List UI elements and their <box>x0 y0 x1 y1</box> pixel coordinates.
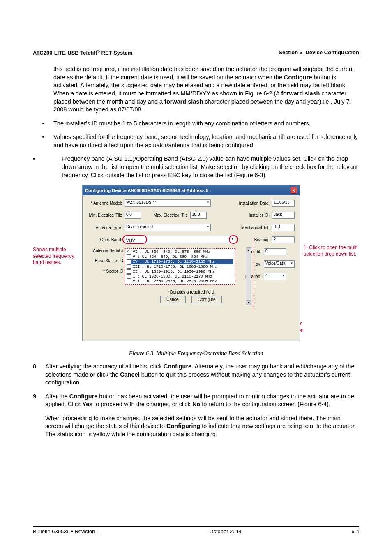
dialog-titlebar: Configuring Device AN0000DESA07482B648 a… <box>83 185 300 195</box>
freq-option[interactable]: V : UL 824- 849, DL 869- 894 MHz <box>127 254 233 259</box>
step-8: 8. After verifying the accuracy of all f… <box>33 363 359 387</box>
height-input[interactable]: 0 <box>264 248 286 255</box>
label-antenna-type: Antenna Type: <box>88 225 125 230</box>
freq-checkbox[interactable] <box>127 264 131 269</box>
header-rule <box>33 58 359 58</box>
frequency-list[interactable]: VI : UL 830- 840, DL 875- 885 MHzV : UL … <box>125 248 235 285</box>
freq-option[interactable]: III : UL 1710-1785, DL 1805-1880 MHz <box>127 264 233 269</box>
freq-checkbox[interactable] <box>127 259 131 264</box>
gy-select[interactable]: Voice/Data <box>264 260 295 268</box>
freq-checkbox[interactable] <box>127 269 131 274</box>
freq-option[interactable]: IV : UL 1710-1755, DL 2110-2155 MHz <box>127 259 233 264</box>
label-max-tilt: Max. Electrical Tilt: <box>153 213 190 217</box>
label-base-station: Base Station ID: <box>88 259 125 263</box>
label-sector-id: * Sector ID: <box>88 269 125 273</box>
freq-option[interactable]: I : UL 1920-1980, DL 2110-2170 MHz <box>127 274 233 279</box>
annotation-shows-multiple: Shows multiple selected frequency band n… <box>33 247 84 266</box>
installer-id-input[interactable]: Jack <box>272 212 295 219</box>
footer-rule <box>33 526 359 527</box>
bullet-frequency-band: • Frequency band (AISG 1.1)/Operating Ba… <box>41 155 359 179</box>
label-mech-tilt: Mechanical Tilt: <box>237 225 272 230</box>
freq-option[interactable]: II : UL 1850-1910, DL 1930-1990 MHz <box>127 269 233 274</box>
close-icon[interactable]: × <box>291 187 297 194</box>
freq-option[interactable]: VI : UL 830- 840, DL 875- 885 MHz <box>127 250 233 254</box>
header-right: Section 6–Device Configuration <box>279 49 359 56</box>
install-date-input[interactable]: 11/05/13 <box>272 200 295 207</box>
label-antenna-serial: Antenna Serial #: <box>88 248 125 253</box>
highlight-oper-band-arrow <box>229 235 238 244</box>
paragraph-continuation: this field is not required, if no instal… <box>53 65 359 113</box>
freq-checkbox[interactable] <box>127 250 131 254</box>
scrollbar[interactable] <box>246 247 251 305</box>
cancel-button[interactable]: Cancel <box>160 296 185 303</box>
config-dialog: Configuring Device AN0000DESA07482B648 a… <box>82 185 300 341</box>
freq-option-label: IV : UL 1710-1755, DL 2110-2155 MHz <box>133 259 215 264</box>
freq-option-label: I : UL 1920-1980, DL 2110-2170 MHz <box>133 274 212 279</box>
label-install-date: Installation Date: <box>237 201 272 206</box>
footer-center: October 2014 <box>209 528 242 534</box>
freq-option-label: VII : UL 2500-2570, DL 2620-2690 MHz <box>133 279 217 283</box>
footer-right: 6-4 <box>351 528 359 534</box>
bullet-reference-values: • Values specified for the frequency ban… <box>33 133 359 149</box>
highlight-oper-band-value <box>122 235 147 244</box>
paragraph-configuring-status: When proceeding to make changes, the sel… <box>45 414 359 439</box>
freq-option-label: III : UL 1710-1785, DL 1805-1880 MHz <box>133 264 217 269</box>
freq-checkbox[interactable] <box>127 279 131 283</box>
figure-6-3: Shows multiple selected frequency band n… <box>33 185 359 354</box>
red-guideline-right <box>254 238 254 311</box>
configure-button[interactable]: Configure <box>191 296 221 303</box>
bullet-installer-id: • The installer's ID must be 1 to 5 char… <box>33 120 359 128</box>
antenna-model-select[interactable]: WZX-6516DS-*** <box>125 199 211 207</box>
annotation-click-to-open: 1. Click to open the multi selection dro… <box>304 245 359 257</box>
bearing-input[interactable]: 2 <box>272 236 295 243</box>
freq-option[interactable]: VII : UL 2500-2570, DL 2620-2690 MHz <box>127 279 233 284</box>
freq-option-label: II : UL 1850-1910, DL 1930-1990 MHz <box>133 269 215 274</box>
label-oper-band: Oper. Band: <box>88 238 125 242</box>
step-9: 9. After the Configure button has been a… <box>33 393 359 409</box>
footer-left: Bulletin 639536 • Revision L <box>33 528 99 534</box>
label-height: Height: <box>239 250 264 254</box>
freq-checkbox[interactable] <box>127 274 131 279</box>
max-tilt-input[interactable]: 10.0 <box>190 212 207 219</box>
label-antenna-model: * Antenna Model: <box>88 201 125 206</box>
label-installer-id: Installer ID: <box>237 213 272 217</box>
label-min-tilt: Min. Electrical Tilt: <box>88 213 125 217</box>
label-bearing: Bearing: <box>247 238 272 242</box>
required-field-note: * Denotes a required field. <box>88 290 295 294</box>
location-select[interactable]: 4 <box>264 273 286 280</box>
label-location: Location: <box>239 274 264 279</box>
header-left: ATC200-LITE-USB Teletilt® RET System <box>33 49 132 56</box>
min-tilt-input[interactable]: 0.0 <box>125 212 141 219</box>
antenna-type-select[interactable]: Dual Polarized <box>125 224 211 231</box>
freq-option-label: V : UL 824- 849, DL 869- 894 MHz <box>133 254 208 259</box>
mech-tilt-input[interactable]: -0.1 <box>272 224 295 231</box>
label-gy: gy: <box>239 262 264 266</box>
freq-option-label: VI : UL 830- 840, DL 875- 885 MHz <box>133 250 210 254</box>
